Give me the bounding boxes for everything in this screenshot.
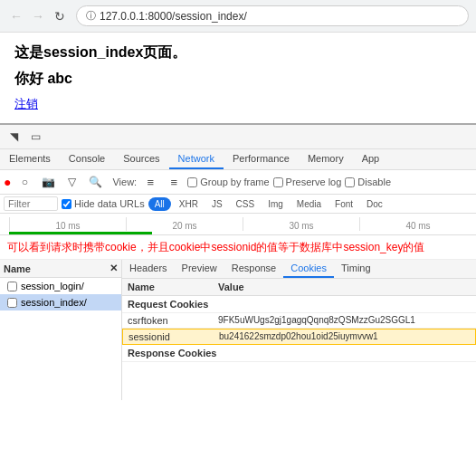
devtools: ◥ ▭ Elements Console Sources Network Per… [0, 123, 476, 400]
list-item[interactable]: session_login/ [0, 278, 121, 294]
detail-tab-timing[interactable]: Timing [334, 260, 378, 278]
preserve-log-checkbox-group: Preserve log [273, 177, 342, 187]
page-greeting: 你好 abc [14, 70, 462, 89]
csrftoken-value: 9FK5uWUgs2gj1gagqQqnq8zQSMzzGu2SGGL1 [218, 315, 471, 326]
devtools-tabs: Elements Console Sources Network Perform… [0, 149, 476, 170]
preserve-log-label: Preserve log [286, 177, 342, 187]
detail-tab-headers[interactable]: Headers [122, 260, 175, 278]
filter-input[interactable] [4, 196, 58, 211]
timeline-tick-20: 20 ms [126, 217, 243, 231]
list-item[interactable]: session_index/ [0, 294, 121, 310]
detail-panel: Headers Preview Response Cookies Timing … [122, 260, 476, 400]
lock-icon: ⓘ [86, 9, 96, 23]
filter-button[interactable]: ▽ [62, 172, 81, 192]
filter-tag-all[interactable]: All [148, 197, 171, 211]
request-list-header: Name ✕ [0, 260, 121, 278]
timeline-tick-10: 10 ms [9, 217, 126, 231]
timeline-tick-30: 30 ms [243, 217, 359, 231]
inspect-element-button[interactable]: ◥ [4, 127, 24, 147]
cookies-row-sessionid[interactable]: sessionid bu241622smzdp02hou1oid25iuymvv… [122, 329, 476, 345]
filter-tag-js[interactable]: JS [206, 197, 228, 211]
preserve-log-checkbox[interactable] [273, 177, 283, 187]
view-label: View: [112, 177, 137, 187]
url-text: 127.0.0.1:8000/session_index/ [100, 10, 247, 23]
filter-tag-img[interactable]: Img [262, 197, 289, 211]
filter-tag-xhr[interactable]: XHR [174, 197, 204, 211]
sessionid-value: bu241622smzdp02hou1oid25iuymvvw1 [219, 331, 470, 342]
view-list-button[interactable]: ≡ [140, 172, 160, 192]
page-title: 这是session_index页面。 [14, 43, 462, 62]
request-list-name-label: Name [4, 263, 31, 274]
address-bar[interactable]: ⓘ 127.0.0.1:8000/session_index/ [76, 5, 469, 26]
cookies-table: Name Value Request Cookies csrftoken 9FK… [122, 279, 476, 362]
filter-tag-media[interactable]: Media [291, 197, 327, 211]
tab-elements[interactable]: Elements [0, 149, 60, 169]
cookies-name-col-header: Name [128, 282, 218, 292]
info-message: 可以看到请求时携带cookie，并且cookie中sessionid的值等于数据… [0, 235, 476, 260]
close-panel-button[interactable]: ✕ [109, 263, 118, 274]
request-item-checkbox-login[interactable] [7, 282, 17, 291]
device-toolbar-button[interactable]: ▭ [25, 127, 45, 147]
logout-link[interactable]: 注销 [14, 97, 38, 110]
hide-data-urls-checkbox[interactable] [62, 199, 71, 209]
detail-tab-response[interactable]: Response [224, 260, 284, 278]
filter-tag-css[interactable]: CSS [231, 197, 261, 211]
tab-console[interactable]: Console [60, 149, 114, 169]
group-by-frame-label: Group by frame [200, 177, 269, 187]
timeline-markers: 10 ms 20 ms 30 ms 40 ms [9, 217, 476, 231]
request-item-name-login: session_login/ [21, 281, 84, 291]
disable-cache-checkbox[interactable] [345, 177, 355, 187]
cookies-value-col-header: Value [218, 282, 471, 292]
tab-memory[interactable]: Memory [299, 149, 353, 169]
request-item-checkbox-index[interactable] [7, 298, 17, 308]
browser-chrome: ← → ↻ ⓘ 127.0.0.1:8000/session_index/ [0, 0, 476, 33]
hide-data-urls-checkbox-group: Hide data URLs [62, 198, 145, 209]
view-tree-button[interactable]: ≡ [164, 172, 184, 192]
tab-network[interactable]: Network [169, 149, 224, 169]
camera-button[interactable]: 📷 [38, 172, 58, 192]
timeline-tick-40: 40 ms [359, 217, 476, 231]
detail-tabs: Headers Preview Response Cookies Timing [122, 260, 476, 279]
request-cookies-section: Request Cookies [122, 296, 476, 313]
timeline-green-bar [9, 232, 152, 234]
forward-button[interactable]: → [29, 7, 47, 25]
record-button[interactable]: ● [4, 175, 11, 189]
tab-sources[interactable]: Sources [114, 149, 168, 169]
group-by-frame-checkbox-group: Group by frame [187, 177, 269, 187]
devtools-toolbar: ◥ ▭ [0, 125, 476, 149]
response-cookies-section: Response Cookies [122, 345, 476, 362]
hide-data-urls-label: Hide data URLs [74, 198, 145, 209]
filter-tag-doc[interactable]: Doc [361, 197, 388, 211]
disable-cache-checkbox-group: Disable [345, 177, 391, 187]
network-toolbar: ● ○ 📷 ▽ 🔍 View: ≡ ≡ Group by frame Prese… [0, 170, 476, 195]
filter-tag-font[interactable]: Font [329, 197, 358, 211]
csrftoken-name: csrftoken [128, 315, 218, 326]
detail-tab-cookies[interactable]: Cookies [283, 260, 334, 278]
request-panel: Name ✕ session_login/ session_index/ Hea… [0, 260, 476, 400]
back-button[interactable]: ← [7, 7, 25, 25]
tab-performance[interactable]: Performance [224, 149, 299, 169]
reload-button[interactable]: ↻ [51, 7, 69, 25]
filter-bar: Hide data URLs All XHR JS CSS Img Media … [0, 195, 476, 214]
group-by-frame-checkbox[interactable] [187, 177, 197, 187]
clear-button[interactable]: ○ [14, 172, 34, 192]
tab-app[interactable]: App [353, 149, 389, 169]
cookies-table-header: Name Value [122, 279, 476, 296]
nav-buttons: ← → ↻ [7, 7, 69, 25]
request-list: Name ✕ session_login/ session_index/ [0, 260, 122, 400]
disable-cache-label: Disable [357, 177, 391, 187]
page-content: 这是session_index页面。 你好 abc 注销 [0, 33, 476, 123]
search-button[interactable]: 🔍 [85, 172, 105, 192]
sessionid-name: sessionid [129, 331, 219, 342]
request-item-name-index: session_index/ [21, 297, 87, 308]
detail-tab-preview[interactable]: Preview [175, 260, 224, 278]
timeline-bar: 10 ms 20 ms 30 ms 40 ms [0, 214, 476, 235]
cookies-row-csrftoken[interactable]: csrftoken 9FK5uWUgs2gj1gagqQqnq8zQSMzzGu… [122, 313, 476, 329]
filter-tags: All XHR JS CSS Img Media Font Doc [148, 197, 388, 211]
